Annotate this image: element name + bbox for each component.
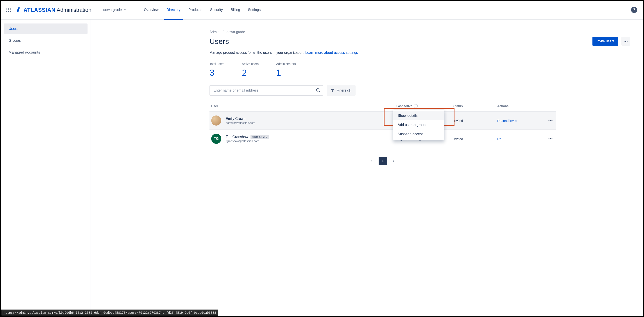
page-next[interactable] (390, 157, 398, 165)
nav-tab-directory[interactable]: Directory (163, 1, 184, 19)
svg-point-9 (316, 89, 319, 91)
users-table: User Last active i Status Actions Emily … (210, 101, 556, 148)
breadcrumb-org[interactable]: down-grade (226, 30, 245, 34)
stat-label: Administrators (276, 62, 296, 66)
svg-point-7 (8, 11, 9, 12)
resend-invite-link[interactable]: Resend invite (497, 119, 517, 123)
breadcrumb: Admin / down-grade (210, 30, 630, 34)
chevron-right-icon (392, 159, 396, 163)
org-name: down-grade (103, 8, 122, 12)
pagination: 1 (210, 157, 556, 165)
nav-tab-billing[interactable]: Billing (227, 1, 244, 19)
svg-point-3 (6, 10, 7, 10)
sidebar-item-managed-accounts[interactable]: Managed accounts (4, 47, 88, 58)
chevron-left-icon (370, 159, 374, 163)
breadcrumb-root[interactable]: Admin (210, 30, 219, 34)
th-last-active: Last active i (396, 104, 454, 108)
row-actions-dropdown: Show details Add user to group Suspend a… (393, 110, 444, 140)
top-nav: ATLASSIAN Administration down-grade Over… (1, 1, 643, 20)
status-cell: Invited (454, 119, 497, 123)
avatar (211, 116, 221, 126)
svg-point-5 (10, 10, 11, 10)
svg-point-6 (6, 11, 7, 12)
stat-total-users: Total users3 (210, 62, 224, 78)
resend-invite-link[interactable]: Re (497, 137, 502, 141)
brand[interactable]: ATLASSIAN Administration (15, 7, 92, 13)
actions-cell: Re••• (497, 136, 554, 141)
menu-add-user-to-group[interactable]: Add user to group (393, 120, 444, 130)
status-cell: Invited (454, 137, 497, 141)
stat-label: Total users (210, 62, 224, 66)
actions-cell: Resend invite••• (497, 118, 554, 123)
svg-point-2 (10, 8, 11, 9)
user-email: ecrowe@atlassian.com (226, 121, 255, 124)
org-switcher[interactable]: down-grade (100, 6, 130, 14)
main-content: Admin / down-grade Users Invite users ••… (91, 20, 643, 310)
table-row[interactable]: Emily Crowe ecrowe@atlassian.comAug 04, … (210, 112, 556, 130)
page-title: Users (210, 37, 229, 46)
user-cell: Emily Crowe ecrowe@atlassian.com (211, 116, 396, 126)
row-menu-button[interactable]: ••• (547, 118, 554, 123)
filters-label: Filters (1) (337, 89, 352, 92)
help-icon[interactable]: ? (631, 7, 637, 13)
page-prev[interactable] (368, 157, 376, 165)
sidebar-item-users[interactable]: Users (4, 24, 88, 34)
search-icon[interactable] (316, 88, 320, 93)
menu-show-details[interactable]: Show details (393, 111, 444, 120)
th-user: User (211, 104, 396, 108)
invite-users-button[interactable]: Invite users (592, 37, 618, 46)
stat-value: 1 (276, 68, 296, 78)
stat-active-users: Active users2 (242, 62, 258, 78)
svg-point-8 (10, 11, 11, 12)
search-input[interactable] (210, 85, 323, 96)
learn-more-link[interactable]: Learn more about access settings (305, 51, 358, 55)
user-name: Emily Crowe (226, 117, 255, 121)
brand-name: ATLASSIAN (24, 7, 56, 13)
atlassian-logo-icon (15, 7, 21, 13)
nav-tab-security[interactable]: Security (206, 1, 226, 19)
page-subtext: Manage product access for all the users … (210, 51, 630, 55)
row-menu-button[interactable]: ••• (547, 136, 554, 141)
svg-point-1 (8, 8, 9, 9)
sidebar: UsersGroupsManaged accounts (1, 20, 91, 310)
th-actions: Actions (497, 104, 554, 108)
nav-tab-products[interactable]: Products (185, 1, 206, 19)
svg-line-10 (319, 91, 320, 92)
nav-tabs: OverviewDirectoryProductsSecurityBilling… (140, 1, 264, 19)
user-name: Tim Granshaw ORG ADMIN (226, 135, 269, 139)
search-wrap (210, 85, 323, 96)
filter-icon (330, 89, 334, 92)
avatar: TG (211, 134, 221, 144)
sidebar-item-groups[interactable]: Groups (4, 35, 88, 46)
org-admin-badge: ORG ADMIN (250, 135, 269, 139)
stat-label: Active users (242, 62, 258, 66)
svg-point-4 (8, 10, 9, 10)
stat-value: 3 (210, 68, 224, 78)
user-cell: TGTim Granshaw ORG ADMINtgranshaw@atlass… (211, 134, 396, 144)
user-email: tgranshaw@atlassian.com (226, 139, 269, 143)
more-actions-button[interactable]: ••• (622, 37, 630, 46)
info-icon[interactable]: i (414, 104, 418, 108)
chevron-down-icon (124, 8, 126, 12)
nav-tab-overview[interactable]: Overview (140, 1, 162, 19)
menu-suspend-access[interactable]: Suspend access (393, 130, 444, 139)
stat-administrators: Administrators1 (276, 62, 296, 78)
nav-tab-settings[interactable]: Settings (244, 1, 264, 19)
status-bar-url: https://admin.atlassian.com/o/k0a9ddb6-1… (1, 309, 218, 316)
table-header: User Last active i Status Actions (210, 101, 556, 112)
svg-point-0 (6, 8, 7, 9)
breadcrumb-sep: / (222, 30, 223, 34)
page-current[interactable]: 1 (378, 157, 387, 165)
stat-value: 2 (242, 68, 258, 78)
stats-row: Total users3Active users2Administrators1 (210, 62, 630, 78)
dots-icon: ••• (624, 40, 628, 43)
table-row[interactable]: TGTim Granshaw ORG ADMINtgranshaw@atlass… (210, 130, 556, 148)
brand-suffix: Administration (56, 7, 91, 13)
th-status: Status (454, 104, 497, 108)
app-switcher-icon[interactable] (5, 6, 12, 14)
filters-button[interactable]: Filters (1) (326, 85, 356, 96)
